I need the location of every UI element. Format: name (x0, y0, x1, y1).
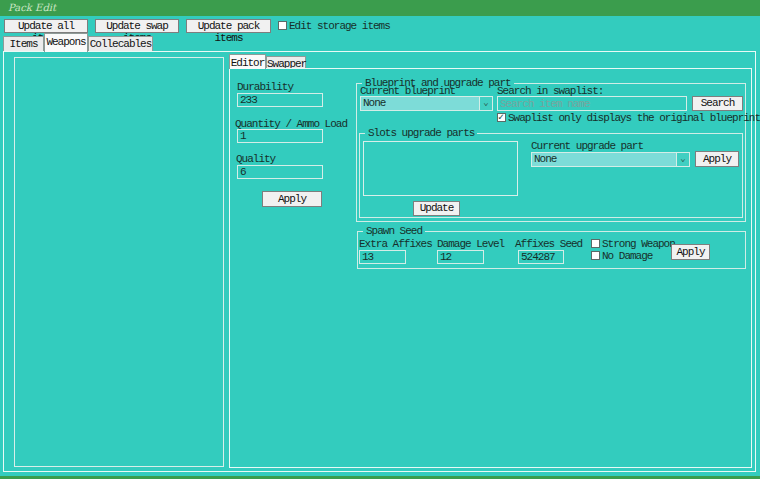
affixes-seed-input[interactable] (518, 250, 564, 264)
extra-affixes-input[interactable] (359, 250, 406, 264)
quality-label: Quality (236, 153, 275, 165)
slots-upgrade-listbox[interactable] (363, 141, 518, 196)
swaplist-original-label: Swaplist only displays the original blue… (508, 112, 760, 124)
swaplist-original-checkbox[interactable] (497, 113, 506, 122)
search-swaplist-input[interactable] (497, 96, 687, 111)
strong-weapon-checkbox[interactable] (591, 239, 600, 248)
tab-editor[interactable]: Editor (229, 54, 266, 69)
damage-level-input[interactable] (437, 250, 484, 264)
durability-label: Durability (237, 81, 293, 93)
affixes-seed-label: Affixes Seed (515, 238, 582, 250)
chevron-down-icon[interactable] (676, 153, 689, 166)
update-pack-items-button[interactable]: Update pack items (186, 19, 271, 33)
damage-level-label: Damage Level (437, 238, 504, 250)
edit-storage-items-label: Edit storage items (289, 20, 390, 32)
quantity-ammo-input[interactable] (237, 129, 323, 143)
quality-input[interactable] (237, 165, 323, 179)
extra-affixes-label: Extra Affixes (359, 238, 432, 250)
item-apply-button[interactable]: Apply (262, 191, 322, 207)
tab-collecables[interactable]: Collecables (88, 36, 153, 52)
update-slots-button[interactable]: Update (413, 201, 460, 216)
no-damage-label: No Damage (602, 250, 652, 262)
update-swap-items-button[interactable]: Update swap items (95, 19, 179, 33)
chevron-down-icon[interactable] (479, 97, 492, 110)
durability-input[interactable] (237, 93, 323, 107)
spawn-seed-group-title: Spawn Seed (363, 225, 425, 237)
current-blueprint-combobox[interactable]: None (360, 96, 493, 111)
slots-upgrade-group-title: Slots upgrade parts (365, 127, 477, 139)
update-all-items-button[interactable]: Update all items (4, 19, 88, 33)
tab-weapons[interactable]: Weapons (44, 33, 88, 52)
current-upgrade-part-combobox[interactable]: None (531, 152, 690, 167)
upgrade-apply-button[interactable]: Apply (695, 151, 739, 167)
current-upgrade-part-value: None (532, 153, 676, 166)
no-damage-checkbox[interactable] (591, 251, 600, 260)
edit-storage-items-checkbox[interactable] (278, 21, 287, 30)
search-button[interactable]: Search (692, 96, 743, 111)
window-title: Pack Edit (0, 0, 760, 15)
tab-items[interactable]: Items (3, 36, 44, 52)
current-upgrade-part-label: Current upgrade part (531, 140, 643, 152)
strong-weapon-label: Strong Weapon (602, 238, 675, 250)
weapons-listbox[interactable] (14, 57, 224, 467)
current-blueprint-value: None (361, 97, 479, 110)
title-bar[interactable]: Pack Edit (0, 0, 760, 16)
spawn-seed-apply-button[interactable]: Apply (671, 244, 710, 260)
